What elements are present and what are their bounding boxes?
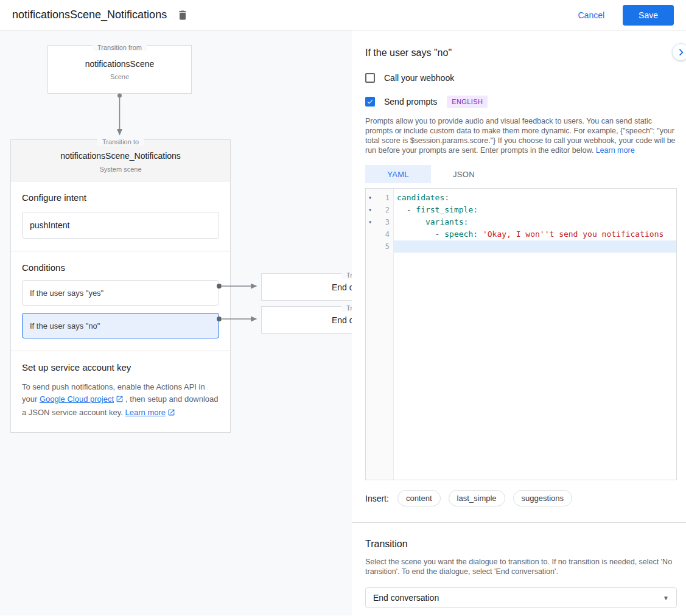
editor-format-tabs: YAML JSON (365, 165, 677, 183)
condition-item-yes[interactable]: If the user says "yes" (22, 280, 219, 306)
code-line-3: ▾ 3 variants: (366, 216, 676, 228)
fold-icon[interactable]: ▾ (368, 192, 372, 204)
line-number: 2 (385, 204, 390, 216)
gutter-cell: 4 (366, 228, 394, 240)
line-number: 4 (385, 228, 390, 240)
code-content (394, 240, 676, 253)
learn-more-link[interactable]: Learn more (125, 408, 166, 417)
scene-graph-canvas[interactable]: Transition from notificationsScene Scene… (0, 30, 352, 615)
configure-intent-section: Configure intent pushIntent (11, 181, 230, 251)
insert-chip-suggestions[interactable]: suggestions (513, 490, 572, 506)
code-line-1: ▾ 1 candidates: (366, 192, 676, 204)
fold-icon[interactable]: ▾ (368, 204, 372, 216)
configure-intent-heading: Configure intent (22, 192, 219, 203)
node-tag: Transition to (262, 303, 352, 312)
transition-select[interactable]: End conversation ▼ (365, 587, 677, 608)
code-content: variants: (394, 216, 676, 228)
top-bar: notificationsScene_Notifications Cancel … (0, 0, 686, 30)
code-content: - speech: 'Okay, I won''t send you notif… (394, 228, 676, 240)
page-title: notificationsScene_Notifications (12, 9, 167, 21)
service-account-section: Set up service account key To send push … (11, 351, 230, 432)
collapse-panel-button[interactable] (672, 43, 686, 61)
node-tag: Transition to (262, 270, 352, 279)
call-webhook-label: Call your webhook (384, 73, 454, 83)
code-line-2: ▾ 2 - first_simple: (366, 204, 676, 216)
webhook-row: Call your webhook (365, 73, 677, 83)
node-end-conversation-no[interactable]: Transition to End conversation (261, 306, 352, 334)
chevron-right-icon (674, 46, 686, 59)
transition-heading: Transition (365, 539, 677, 550)
code-line-4: 4 - speech: 'Okay, I won''t send you not… (366, 228, 676, 240)
gutter-cell: 5 (366, 240, 394, 253)
code-line-5: 5 (366, 240, 676, 253)
node-title: notificationsScene_Notifications (17, 151, 224, 161)
insert-label: Insert: (365, 494, 389, 503)
main-split: Transition from notificationsScene Scene… (0, 30, 686, 615)
code-content: candidates: (394, 192, 676, 204)
gutter-cell: ▾ 3 (366, 216, 394, 228)
cancel-button[interactable]: Cancel (578, 10, 604, 20)
delete-scene-button[interactable] (177, 9, 189, 21)
panel-divider (352, 522, 686, 523)
prompts-description: Prompts allow you to provide audio and v… (365, 116, 677, 155)
line-number: 3 (385, 216, 390, 228)
gutter-cell: ▾ 2 (366, 204, 394, 216)
node-notifications-scene-notifications[interactable]: Transition to notificationsScene_Notific… (10, 139, 231, 433)
send-prompts-label: Send prompts (384, 97, 437, 107)
save-button[interactable]: Save (623, 5, 674, 26)
transition-description: Select the scene you want the dialogue t… (365, 557, 677, 576)
node-title: End conversation (332, 282, 352, 292)
google-cloud-project-link[interactable]: Google Cloud project (40, 394, 114, 404)
prompt-code-editor[interactable]: ▾ 1 candidates: ▾ 2 - first_simple: ▾ (365, 188, 677, 480)
conditions-heading: Conditions (22, 262, 219, 273)
insert-chip-content[interactable]: content (397, 490, 441, 506)
scene-node-header: notificationsScene_Notifications System … (11, 140, 230, 181)
fold-icon[interactable]: ▾ (368, 216, 372, 228)
external-link-icon[interactable] (167, 408, 175, 420)
prompts-learn-more-link[interactable]: Learn more (596, 146, 635, 155)
language-badge: ENGLISH (447, 96, 488, 108)
tab-yaml[interactable]: YAML (365, 165, 431, 183)
panel-title-row: If the user says "no" (365, 47, 677, 58)
send-prompts-checkbox[interactable] (365, 97, 375, 107)
condition-detail-panel: If the user says "no" Call your webhook (352, 30, 686, 615)
node-end-conversation-yes[interactable]: Transition to End conversation (261, 273, 352, 301)
check-icon (366, 98, 374, 105)
transition-select-value: End conversation (373, 593, 439, 603)
node-notifications-scene[interactable]: Transition from notificationsScene Scene (47, 45, 192, 94)
conditions-section: Conditions If the user says "yes" If the… (11, 251, 230, 351)
dropdown-caret-icon: ▼ (663, 595, 669, 601)
line-number: 1 (385, 192, 390, 204)
send-prompts-row: Send prompts ENGLISH (365, 96, 677, 108)
tab-json[interactable]: JSON (431, 165, 497, 183)
service-account-heading: Set up service account key (22, 362, 219, 373)
node-subtitle: System scene (17, 166, 224, 173)
node-subtitle: Scene (48, 73, 191, 80)
service-account-text: To send push notifications, enable the A… (22, 381, 219, 420)
trash-icon (177, 9, 189, 21)
insert-row: Insert: content last_simple suggestions (365, 490, 677, 506)
line-number: 5 (385, 240, 390, 253)
scene-editor-page: notificationsScene_Notifications Cancel … (0, 0, 686, 616)
condition-item-no[interactable]: If the user says "no" (22, 313, 219, 338)
node-title: End conversation (332, 315, 352, 325)
external-link-icon[interactable] (116, 394, 124, 407)
connector-dot (117, 94, 122, 98)
insert-chip-last-simple[interactable]: last_simple (449, 490, 505, 506)
code-content: - first_simple: (394, 204, 676, 216)
node-tag: Transition from (48, 41, 191, 52)
call-webhook-checkbox[interactable] (365, 73, 375, 83)
gutter-cell: ▾ 1 (366, 192, 394, 204)
node-title: notificationsScene (48, 59, 191, 69)
panel-title: If the user says "no" (365, 47, 677, 58)
intent-item-pushintent[interactable]: pushIntent (22, 212, 219, 239)
